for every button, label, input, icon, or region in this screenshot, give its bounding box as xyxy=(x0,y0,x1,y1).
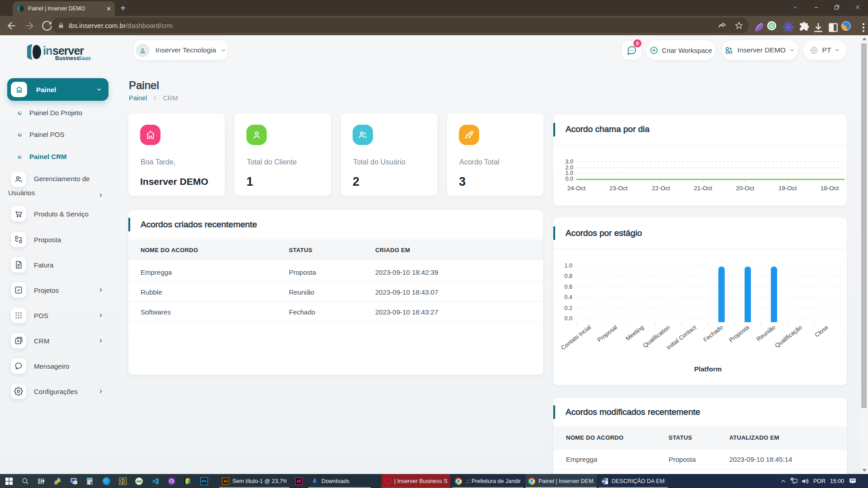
svg-text:Platform: Platform xyxy=(694,365,722,373)
svg-text:Business: Business xyxy=(55,55,80,61)
svg-text:W: W xyxy=(602,479,605,483)
svg-text:3.0: 3.0 xyxy=(566,159,573,165)
svg-text:21-Oct: 21-Oct xyxy=(694,185,712,192)
svg-text:0.2: 0.2 xyxy=(565,305,572,311)
svg-text:Proposal: Proposal xyxy=(596,324,618,343)
svg-text:0.0: 0.0 xyxy=(565,315,572,322)
svg-text:Saas: Saas xyxy=(78,55,91,61)
svg-text:Qualificação: Qualificação xyxy=(774,324,803,349)
svg-text:0.0: 0.0 xyxy=(566,176,573,182)
svg-text:0.6: 0.6 xyxy=(565,284,572,290)
svg-text:in: in xyxy=(43,44,52,57)
svg-text:20-Oct: 20-Oct xyxy=(736,185,755,192)
svg-text:1.0: 1.0 xyxy=(565,263,572,269)
svg-text:Reunião: Reunião xyxy=(755,324,776,343)
svg-text:1.0: 1.0 xyxy=(566,170,573,176)
svg-text:18-Oct: 18-Oct xyxy=(821,185,839,192)
svg-text:Meeting: Meeting xyxy=(624,324,645,342)
svg-text:22-Oct: 22-Oct xyxy=(652,185,670,192)
svg-text:24-Oct: 24-Oct xyxy=(567,185,586,192)
svg-text:Contato Incial: Contato Incial xyxy=(560,324,592,351)
svg-text:23-Oct: 23-Oct xyxy=(609,185,628,192)
svg-text:19-Oct: 19-Oct xyxy=(778,185,797,192)
svg-text:Proposta: Proposta xyxy=(728,324,751,343)
svg-text:Close: Close xyxy=(813,324,829,338)
svg-text:0.4: 0.4 xyxy=(565,294,572,300)
svg-text:Fechado: Fechado xyxy=(702,324,724,343)
svg-text:0.8: 0.8 xyxy=(565,273,572,279)
